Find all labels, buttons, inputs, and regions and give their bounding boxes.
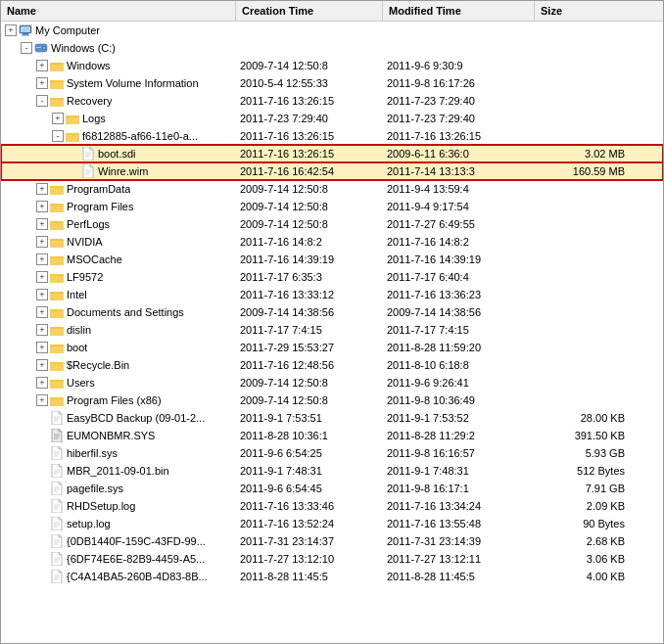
modified-cell: 2011-7-16 14:39:19 xyxy=(383,251,535,268)
file-icon xyxy=(49,498,65,514)
size-cell xyxy=(535,74,633,92)
table-row[interactable]: + My Computer xyxy=(1,22,663,39)
file-label: EasyBCD Backup (09-01-2... xyxy=(67,410,205,426)
table-row[interactable]: - Recovery2011-7-16 13:26:152011-7-23 7:… xyxy=(1,92,663,110)
file-label: Program Files xyxy=(67,199,133,214)
svg-point-6 xyxy=(43,47,45,49)
creation-cell: 2011-9-1 7:53:51 xyxy=(236,409,383,427)
file-icon xyxy=(49,569,65,584)
table-row[interactable]: {6DF74E6E-82B9-4459-A5...2011-7-27 13:12… xyxy=(1,550,663,568)
name-cell: {0DB1440F-159C-43FD-99... xyxy=(1,532,236,550)
modified-cell: 2011-9-8 16:16:57 xyxy=(383,444,535,462)
file-icon xyxy=(49,445,65,461)
expand-button[interactable]: - xyxy=(36,95,48,107)
table-row[interactable]: + Windows2009-7-14 12:50:82011-9-6 9:30:… xyxy=(1,57,663,74)
file-icon xyxy=(49,481,65,496)
expand-button[interactable]: + xyxy=(5,24,17,36)
modified-cell: 2011-7-16 14:8:2 xyxy=(383,233,535,251)
expand-button[interactable]: + xyxy=(36,342,48,353)
table-row[interactable]: hiberfil.sys2011-9-6 6:54:252011-9-8 16:… xyxy=(1,444,663,462)
file-list: + My Computer- Windows (C:)+ Windows2009… xyxy=(1,22,663,643)
expand-button[interactable]: + xyxy=(36,218,48,230)
creation-cell: 2011-8-28 11:45:5 xyxy=(236,568,383,585)
expand-button[interactable]: + xyxy=(36,236,48,248)
file-label: Windows (C:) xyxy=(51,40,116,56)
table-row[interactable]: RHDSetup.log2011-7-16 13:33:462011-7-16 … xyxy=(1,497,663,515)
expand-button[interactable]: + xyxy=(36,271,48,283)
expand-button[interactable]: + xyxy=(36,394,48,406)
column-headers: Name Creation Time Modified Time Size xyxy=(1,1,663,22)
header-modified[interactable]: Modified Time xyxy=(383,1,535,21)
name-cell: hiberfil.sys xyxy=(1,444,236,462)
table-row[interactable]: + Logs2011-7-23 7:29:402011-7-23 7:29:40 xyxy=(1,110,663,127)
creation-cell: 2011-7-31 23:14:37 xyxy=(236,532,383,550)
table-row[interactable]: + Program Files (x86)2009-7-14 12:50:820… xyxy=(1,391,663,409)
table-row[interactable]: + PerfLogs2009-7-14 12:50:82011-7-27 6:4… xyxy=(1,215,663,233)
creation-cell: 2009-7-14 12:50:8 xyxy=(236,215,383,233)
table-row[interactable]: EasyBCD Backup (09-01-2...2011-9-1 7:53:… xyxy=(1,409,663,427)
name-cell: EUMONBMR.SYS xyxy=(1,427,236,444)
size-cell xyxy=(535,215,633,233)
modified-cell: 2011-8-28 11:59:20 xyxy=(383,339,535,356)
expand-button[interactable]: + xyxy=(52,113,64,124)
header-creation[interactable]: Creation Time xyxy=(236,1,383,21)
file-label: dislin xyxy=(67,322,91,338)
table-row[interactable]: MBR_2011-09-01.bin2011-9-1 7:48:312011-9… xyxy=(1,462,663,480)
file-icon xyxy=(49,463,65,479)
svg-rect-1 xyxy=(21,26,30,32)
table-row[interactable]: + dislin2011-7-17 7:4:152011-7-17 7:4:15 xyxy=(1,321,663,339)
file-label: Users xyxy=(67,375,95,391)
table-row[interactable]: EUMONBMR.SYS2011-8-28 10:36:12011-8-28 1… xyxy=(1,427,663,444)
header-size[interactable]: Size xyxy=(535,1,633,21)
expand-button[interactable]: + xyxy=(36,359,48,371)
size-cell xyxy=(535,321,633,339)
header-name[interactable]: Name xyxy=(1,1,236,21)
table-row[interactable]: - f6812885-af66-11e0-a...2011-7-16 13:26… xyxy=(1,127,663,145)
table-row[interactable]: + Users2009-7-14 12:50:82011-9-6 9:26:41 xyxy=(1,374,663,391)
table-row[interactable]: + LF95722011-7-17 6:35:32011-7-17 6:40:4 xyxy=(1,268,663,286)
expand-button[interactable]: - xyxy=(21,42,32,54)
name-cell: MBR_2011-09-01.bin xyxy=(1,462,236,480)
table-row[interactable]: boot.sdi2011-7-16 13:26:152009-6-11 6:36… xyxy=(1,145,663,162)
table-row[interactable]: setup.log2011-7-16 13:52:242011-7-16 13:… xyxy=(1,515,663,532)
table-row[interactable]: + ProgramData2009-7-14 12:50:82011-9-4 1… xyxy=(1,180,663,198)
folder-icon xyxy=(65,128,80,144)
expand-button[interactable]: - xyxy=(52,130,64,142)
expand-button[interactable]: + xyxy=(36,60,48,71)
file-label: NVIDIA xyxy=(67,234,103,250)
expand-button[interactable]: + xyxy=(36,253,48,265)
table-row[interactable]: + MSOCache2011-7-16 14:39:192011-7-16 14… xyxy=(1,251,663,268)
creation-cell: 2010-5-4 12:55:33 xyxy=(236,74,383,92)
expand-button[interactable]: + xyxy=(36,324,48,336)
table-row[interactable]: {0DB1440F-159C-43FD-99...2011-7-31 23:14… xyxy=(1,532,663,550)
table-row[interactable]: Winre.wim2011-7-16 16:42:542011-7-14 13:… xyxy=(1,162,663,180)
name-cell: - Recovery xyxy=(1,92,236,110)
table-row[interactable]: + Program Files2009-7-14 12:50:82011-9-4… xyxy=(1,198,663,215)
modified-cell xyxy=(383,39,535,57)
modified-cell: 2011-7-17 6:40:4 xyxy=(383,268,535,286)
table-row[interactable]: {C4A14BA5-260B-4D83-8B...2011-8-28 11:45… xyxy=(1,568,663,585)
size-cell xyxy=(535,198,633,215)
expand-button[interactable]: + xyxy=(36,289,48,300)
name-cell: - f6812885-af66-11e0-a... xyxy=(1,127,236,145)
table-row[interactable]: + $Recycle.Bin2011-7-16 12:48:562011-8-1… xyxy=(1,356,663,374)
table-row[interactable]: + Documents and Settings2009-7-14 14:38:… xyxy=(1,303,663,321)
name-cell: + $Recycle.Bin xyxy=(1,356,236,374)
table-row[interactable]: - Windows (C:) xyxy=(1,39,663,57)
size-cell: 3.06 KB xyxy=(535,550,633,568)
table-row[interactable]: + NVIDIA2011-7-16 14:8:22011-7-16 14:8:2 xyxy=(1,233,663,251)
table-row[interactable]: + boot2011-7-29 15:53:272011-8-28 11:59:… xyxy=(1,339,663,356)
expand-button[interactable]: + xyxy=(36,183,48,195)
name-cell: {C4A14BA5-260B-4D83-8B... xyxy=(1,568,236,585)
expand-button[interactable]: + xyxy=(36,201,48,212)
table-row[interactable]: + Intel2011-7-16 13:33:122011-7-16 13:36… xyxy=(1,286,663,303)
size-cell: 2.68 KB xyxy=(535,532,633,550)
expand-button[interactable]: + xyxy=(36,306,48,318)
expand-button[interactable]: + xyxy=(36,77,48,89)
folder-icon xyxy=(49,181,65,197)
table-row[interactable]: pagefile.sys2011-9-6 6:54:452011-9-8 16:… xyxy=(1,480,663,497)
folder-icon xyxy=(49,216,65,232)
expand-button[interactable]: + xyxy=(36,377,48,389)
name-cell: + Intel xyxy=(1,286,236,303)
table-row[interactable]: + System Volume Information2010-5-4 12:5… xyxy=(1,74,663,92)
